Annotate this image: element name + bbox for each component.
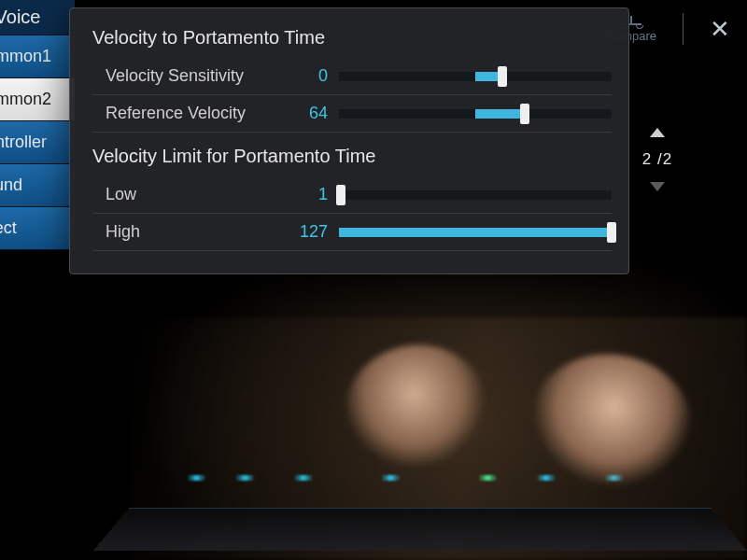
param-label: High [106,222,292,242]
sidebar-item-effect[interactable]: Effect [0,207,75,250]
param-value[interactable]: 127 [292,222,339,242]
page-down-icon[interactable] [650,182,665,191]
param-label: Reference Velocity [106,104,292,123]
sidebar-item-label: Controller [0,133,47,152]
sidebar-item-label: Effect [0,218,17,238]
param-row-low: Low 1 [92,176,612,214]
section-title-velocity-limit: Velocity Limit for Portamento Time [92,146,612,167]
sidebar-item-label: Common2 [0,90,51,109]
sidebar-header: Voice [0,0,75,35]
param-label: Low [106,185,292,204]
slider-low[interactable] [339,184,612,206]
param-value[interactable]: 0 [292,66,339,86]
slider-velocity-sensitivity[interactable] [339,65,612,88]
sidebar-item-label: Sound [0,175,22,195]
sidebar-item-controller[interactable]: Controller [0,121,75,164]
close-icon[interactable]: ✕ [710,17,730,41]
sidebar-item-label: Common1 [0,47,51,66]
param-value[interactable]: 64 [292,104,339,123]
section-title-velocity-to-portamento: Velocity to Portamento Time [92,27,612,49]
param-value[interactable]: 1 [292,185,339,204]
param-row-reference-velocity: Reference Velocity 64 [92,95,612,133]
sidebar-item-sound[interactable]: Sound [0,164,75,207]
settings-panel: Velocity to Portamento Time Velocity Sen… [69,7,629,274]
page-navigator: 2 /2 [636,128,679,191]
param-row-high: High 127 [92,214,612,251]
page-indicator: 2 /2 [642,150,672,169]
slider-high[interactable] [339,221,612,244]
sidebar: Voice Common1 Common2 Controller Sound E… [0,0,75,250]
keybed [93,508,747,551]
slider-reference-velocity[interactable] [339,103,612,125]
param-row-velocity-sensitivity: Velocity Sensitivity 0 [92,58,612,95]
page-up-icon[interactable] [650,128,665,137]
sidebar-item-common2[interactable]: Common2 [0,78,75,121]
param-label: Velocity Sensitivity [106,66,292,86]
sidebar-item-common1[interactable]: Common1 [0,35,75,78]
divider [683,13,684,45]
